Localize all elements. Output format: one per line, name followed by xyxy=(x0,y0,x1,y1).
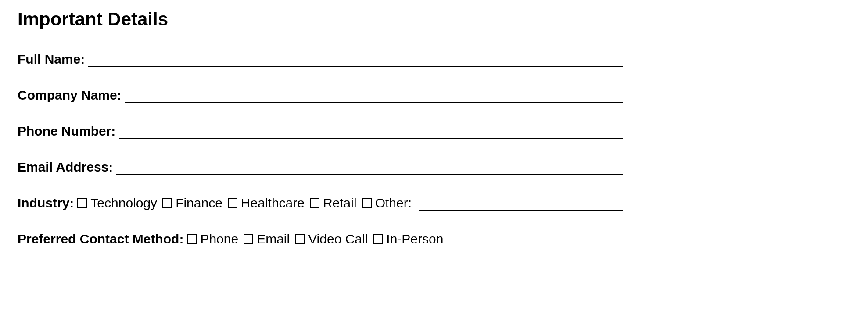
contact-method-option-email[interactable]: Email xyxy=(244,232,290,247)
industry-other-input-line[interactable] xyxy=(419,197,623,211)
contact-method-option-in-person-label: In-Person xyxy=(386,232,443,247)
industry-option-healthcare[interactable]: Healthcare xyxy=(228,196,305,211)
checkbox-icon[interactable] xyxy=(77,198,87,208)
email-address-field: Email Address: xyxy=(18,160,623,175)
checkbox-icon[interactable] xyxy=(373,234,383,244)
contact-method-option-phone[interactable]: Phone xyxy=(187,232,238,247)
contact-method-option-phone-label: Phone xyxy=(200,232,238,247)
email-address-input-line[interactable] xyxy=(116,161,623,175)
checkbox-icon[interactable] xyxy=(228,198,237,208)
checkbox-icon[interactable] xyxy=(295,234,305,244)
industry-option-retail-label: Retail xyxy=(323,196,357,211)
full-name-label: Full Name: xyxy=(18,52,85,67)
full-name-input-line[interactable] xyxy=(88,54,623,67)
contact-method-option-email-label: Email xyxy=(257,232,290,247)
checkbox-icon[interactable] xyxy=(162,198,172,208)
industry-label: Industry: xyxy=(18,196,74,211)
contact-method-option-video-call-label: Video Call xyxy=(308,232,368,247)
email-address-label: Email Address: xyxy=(18,160,113,175)
contact-method-label: Preferred Contact Method: xyxy=(18,232,183,247)
company-name-field: Company Name: xyxy=(18,88,623,103)
contact-method-option-in-person[interactable]: In-Person xyxy=(373,232,443,247)
phone-number-label: Phone Number: xyxy=(18,124,115,139)
company-name-input-line[interactable] xyxy=(125,89,623,103)
company-name-label: Company Name: xyxy=(18,88,122,103)
industry-field: Industry: Technology Finance Healthcare … xyxy=(18,196,623,211)
contact-method-field: Preferred Contact Method: Phone Email Vi… xyxy=(18,232,850,247)
phone-number-input-line[interactable] xyxy=(119,125,623,139)
industry-option-technology[interactable]: Technology xyxy=(77,196,157,211)
industry-option-other-label: Other: xyxy=(375,196,412,211)
industry-option-healthcare-label: Healthcare xyxy=(241,196,305,211)
checkbox-icon[interactable] xyxy=(362,198,372,208)
full-name-field: Full Name: xyxy=(18,52,623,67)
industry-option-other[interactable]: Other: xyxy=(362,196,412,211)
phone-number-field: Phone Number: xyxy=(18,124,623,139)
contact-method-option-video-call[interactable]: Video Call xyxy=(295,232,368,247)
section-title: Important Details xyxy=(18,9,850,30)
industry-option-finance[interactable]: Finance xyxy=(162,196,222,211)
industry-option-retail[interactable]: Retail xyxy=(310,196,357,211)
checkbox-icon[interactable] xyxy=(187,234,197,244)
checkbox-icon[interactable] xyxy=(244,234,253,244)
checkbox-icon[interactable] xyxy=(310,198,319,208)
industry-option-finance-label: Finance xyxy=(176,196,222,211)
industry-option-technology-label: Technology xyxy=(90,196,157,211)
